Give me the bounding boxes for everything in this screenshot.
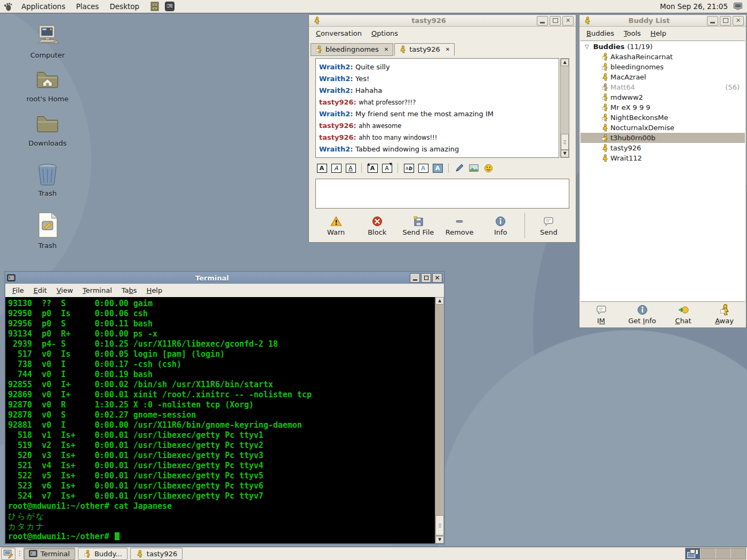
workspace-cell-3[interactable]: [716, 548, 731, 559]
scrollbar-trough[interactable]: [435, 305, 444, 536]
buddy-row[interactable]: Mr eX 9 9 9: [581, 102, 745, 113]
block-button[interactable]: Block: [356, 212, 398, 239]
conversation-tab-tasty926[interactable]: tasty926✕: [394, 43, 455, 56]
scroll-up-icon[interactable]: ▲: [561, 59, 569, 66]
buddy-minimize-button[interactable]: [707, 16, 718, 26]
buddy-row[interactable]: bleedingnomes: [581, 62, 745, 72]
terminal-maximize-button[interactable]: [421, 273, 431, 283]
tab-close-icon[interactable]: ✕: [445, 46, 450, 52]
buddy-row[interactable]: MacAzrael: [581, 72, 745, 82]
buddy-row[interactable]: NocturnalxDemise: [581, 123, 745, 133]
buddy-menu-help[interactable]: Help: [646, 28, 671, 39]
insert-smiley-button[interactable]: [482, 162, 495, 174]
buddy-row[interactable]: AkashaReincarnat: [581, 52, 745, 62]
scroll-down-icon[interactable]: ▼: [435, 536, 444, 543]
desktop-icon-trash[interactable]: Trash: [25, 162, 70, 197]
im-menu-options[interactable]: Options: [367, 28, 403, 39]
workspace-cell-1[interactable]: [686, 548, 701, 559]
terminal-menu-tabs[interactable]: Tabs: [117, 285, 142, 296]
gnome-foot-icon[interactable]: [3, 2, 13, 12]
buddy-icon: [399, 45, 407, 53]
desktop-icon-downloads[interactable]: Downloads: [25, 111, 70, 147]
buddy-row[interactable]: tasty926: [581, 143, 745, 153]
taskbar-button-buddy[interactable]: Buddy...: [78, 548, 128, 560]
conversation-scrollbar[interactable]: ▲ ▼: [560, 58, 569, 158]
scroll-down-icon[interactable]: ▼: [561, 150, 569, 157]
bg-color-button[interactable]: A: [431, 162, 444, 174]
buddy-titlebar[interactable]: Buddy List ✕: [579, 15, 746, 27]
buddy-row[interactable]: Matt64(56): [581, 82, 745, 92]
conversation-log: Wraith2: Quite sillyWraith2: Yes!Wraith2…: [315, 58, 559, 158]
terminal-screen[interactable]: 93130 ?? S 0:00.00 gaim92950 p0 Is 0:00.…: [5, 297, 435, 543]
buddy-row[interactable]: Wrait112: [581, 153, 745, 163]
buddy-close-button[interactable]: ✕: [733, 16, 744, 26]
get-info-button[interactable]: Get Info: [622, 302, 663, 326]
button-label: Chat: [675, 317, 691, 325]
display-settings-icon[interactable]: [733, 2, 743, 11]
terminal-menu-edit[interactable]: Edit: [29, 285, 52, 296]
terminal-scrollbar[interactable]: ▲ ▼: [435, 297, 444, 543]
terminal-line: ひらがな: [8, 511, 435, 522]
warn-button[interactable]: Warn: [315, 212, 356, 239]
expander-icon[interactable]: ▽: [585, 44, 589, 50]
buddy-row[interactable]: t3hub0rn00b: [581, 133, 745, 143]
terminal-menu-help[interactable]: Help: [142, 285, 168, 296]
buddy-menu-buddies[interactable]: Buddies: [582, 28, 619, 39]
info-button[interactable]: Info: [480, 212, 521, 239]
terminal-menu-view[interactable]: View: [52, 285, 78, 296]
send-button[interactable]: Send: [528, 212, 569, 239]
terminal-minimize-button[interactable]: [410, 273, 420, 283]
terminal-close-button[interactable]: ✕: [432, 273, 442, 283]
italic-button[interactable]: A: [330, 162, 343, 174]
terminal-menu-terminal[interactable]: Terminal: [78, 285, 117, 296]
font-shrink-button[interactable]: A▼: [380, 162, 393, 174]
buddy-menu-tools[interactable]: Tools: [619, 28, 646, 39]
buddy-row[interactable]: mdwww2: [581, 92, 745, 102]
taskbar-button-terminal[interactable]: Terminal: [23, 548, 75, 560]
workspace-cell-2[interactable]: [701, 548, 716, 559]
terminal-menu-file[interactable]: File: [7, 285, 29, 296]
panel-menu-places[interactable]: Places: [70, 1, 104, 12]
im-maximize-button[interactable]: [550, 16, 561, 26]
buddy-maximize-button[interactable]: [720, 16, 731, 26]
scrollbar-trough[interactable]: [561, 66, 569, 150]
font-grow-button[interactable]: A▲: [366, 162, 379, 174]
away-button[interactable]: Away: [704, 302, 745, 326]
im-titlebar[interactable]: tasty926 ✕: [309, 15, 576, 27]
desktop-icon-trash[interactable]: Trash: [25, 212, 70, 250]
file-manager-launcher[interactable]: [149, 1, 161, 12]
desktop-icon-computer[interactable]: Computer: [25, 23, 70, 59]
im-minimize-button[interactable]: [537, 16, 548, 26]
insert-link-button[interactable]: [453, 162, 466, 174]
taskbar-button-tasty926[interactable]: tasty926: [130, 548, 182, 560]
panel-menu-desktop[interactable]: Desktop: [104, 1, 145, 12]
send-file-button[interactable]: Send File: [398, 212, 439, 239]
message-input[interactable]: [315, 179, 569, 209]
underline-button[interactable]: A: [344, 162, 357, 174]
panel-menu-applications[interactable]: Applications: [16, 1, 70, 12]
font-face-button[interactable]: ab: [402, 162, 415, 174]
insert-image-button[interactable]: [467, 162, 480, 174]
im-close-button[interactable]: ✕: [562, 16, 574, 26]
chat-button[interactable]: Chat: [663, 302, 704, 326]
terminal-launcher[interactable]: [164, 1, 176, 12]
bold-button[interactable]: A: [315, 162, 328, 174]
scrollbar-thumb[interactable]: [561, 134, 569, 150]
buddy-row[interactable]: NightBeckonsMe: [581, 113, 745, 123]
show-desktop-button[interactable]: [1, 548, 15, 560]
scroll-up-icon[interactable]: ▲: [435, 297, 444, 305]
fg-color-button[interactable]: A: [417, 162, 430, 174]
workspace-cell-4[interactable]: [731, 548, 745, 559]
tab-close-icon[interactable]: ✕: [384, 46, 389, 52]
applet-drag-handle[interactable]: [17, 548, 22, 559]
terminal-titlebar[interactable]: Terminal ✕: [5, 272, 444, 284]
clock[interactable]: Mon Sep 26, 21:05: [660, 2, 728, 11]
scrollbar-thumb[interactable]: [435, 515, 444, 535]
remove-button[interactable]: Remove: [439, 212, 480, 239]
desktop-icon-root-s-home[interactable]: root's Home: [25, 67, 70, 103]
buddy-group-row[interactable]: ▽ Buddies (11/19): [581, 41, 745, 52]
im-menu-conversation[interactable]: Conversation: [311, 28, 367, 39]
message-sender: Wraith2:: [319, 63, 355, 71]
conversation-tab-bleedingnomes[interactable]: bleedingnomes✕: [311, 43, 393, 56]
im-button[interactable]: IM: [581, 302, 622, 326]
